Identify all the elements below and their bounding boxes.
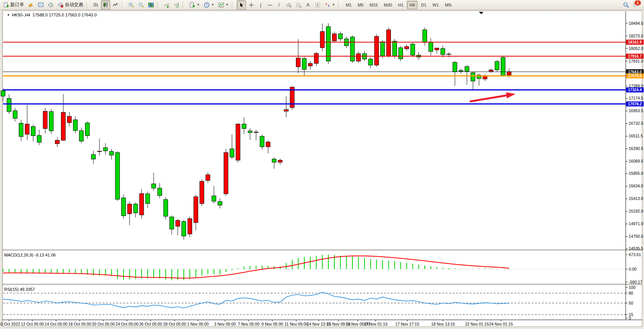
tf-mn-label: MN — [445, 3, 451, 7]
horn-icon — [28, 2, 34, 8]
cursor-button[interactable] — [237, 0, 246, 10]
svg-text:F: F — [300, 6, 301, 8]
svg-text:16953.5: 16953.5 — [629, 108, 643, 113]
svg-text:17916.7: 17916.7 — [628, 54, 642, 58]
arrows-button[interactable]: ▼ — [323, 0, 337, 10]
svg-text:14750.0: 14750.0 — [629, 234, 643, 239]
tf-w1[interactable]: W1 — [430, 1, 442, 9]
tf-w1-label: W1 — [432, 3, 439, 7]
toolbar-group-dropdowns: ▼▼▼ — [187, 0, 231, 10]
tf-d1[interactable]: D1 — [418, 1, 429, 9]
toolbar-separator — [232, 1, 235, 8]
chart-shift-button[interactable] — [172, 0, 181, 10]
period-dropdown-caret-icon: ▼ — [211, 3, 214, 6]
chat-button-badge: 1 — [634, 0, 641, 5]
svg-text:14971.0: 14971.0 — [629, 221, 643, 226]
channel-icon: E — [286, 2, 292, 8]
search-button[interactable] — [622, 0, 631, 10]
svg-text:18 Nov 13:15: 18 Nov 13:15 — [431, 322, 455, 326]
svg-text:9 Nov 05:00: 9 Nov 05:00 — [262, 322, 283, 326]
horizontal-line-button[interactable]: — — [266, 0, 274, 10]
horizontal-line-button-glyph: — — [267, 2, 273, 8]
zoom-out-button[interactable] — [137, 0, 146, 10]
tf-m5-label: M5 — [358, 3, 363, 7]
svg-text:0: 0 — [629, 316, 631, 320]
svg-text:17570.6: 17570.6 — [628, 74, 642, 78]
svg-text:17 Nov 17:15: 17 Nov 17:15 — [395, 322, 419, 326]
bar-chart-button[interactable] — [91, 0, 100, 10]
candles-icon — [103, 2, 109, 8]
new-chart-dropdown[interactable]: ▼ — [188, 0, 201, 10]
monitor-icon — [38, 2, 44, 8]
svg-text:11 Nov 05:00: 11 Nov 05:00 — [284, 322, 308, 326]
svg-text:16290.5: 16290.5 — [629, 146, 643, 151]
svg-text:10 Oct 2022: 10 Oct 2022 — [0, 322, 20, 326]
crosshair-button[interactable] — [247, 0, 256, 10]
vertical-line-button[interactable]: | — [257, 0, 265, 10]
trendline-button-glyph: / — [276, 2, 282, 8]
toolbar-group-zoom — [126, 0, 156, 10]
tf-mn[interactable]: MN — [442, 1, 454, 9]
chart-window-button[interactable] — [36, 0, 45, 10]
tf-d1-label: D1 — [421, 3, 426, 7]
svg-text:17831.0: 17831.0 — [629, 59, 643, 63]
tf-m15[interactable]: M15 — [367, 1, 380, 9]
tf-m1[interactable]: M1 — [343, 1, 354, 9]
doc-plus-icon — [189, 2, 195, 8]
chartshift-icon — [173, 2, 180, 8]
svg-text:17174.5: 17174.5 — [629, 96, 643, 100]
label-button[interactable]: T — [313, 0, 322, 10]
svg-text:14535.5: 14535.5 — [629, 246, 643, 251]
svg-text:17324.4: 17324.4 — [628, 88, 642, 92]
line-chart-button[interactable] — [111, 0, 120, 10]
svg-text:18273.0: 18273.0 — [629, 34, 643, 38]
template-dropdown[interactable]: ▼ — [217, 0, 230, 10]
arrows-icon — [324, 2, 331, 8]
candlestick-button[interactable] — [101, 0, 110, 10]
crosshair-icon — [248, 2, 254, 8]
svg-text:24 Oct 05:00: 24 Oct 05:00 — [116, 322, 138, 326]
period-dropdown[interactable]: ▼ — [202, 0, 216, 10]
community-button[interactable] — [46, 0, 55, 10]
announcement-button[interactable] — [26, 0, 35, 10]
chart-window: 18494.018273.018052.017831.017389.017174… — [0, 10, 644, 329]
channel-button[interactable]: E — [284, 0, 293, 10]
svg-text:16069.5: 16069.5 — [629, 159, 643, 163]
tf-h4[interactable]: H4 — [407, 1, 418, 9]
toolbar-separator — [122, 1, 125, 8]
tf-h1[interactable]: H1 — [395, 1, 406, 9]
zoom-out-icon — [138, 2, 144, 8]
svg-text:100: 100 — [629, 285, 636, 290]
toolbar-separator — [86, 1, 89, 8]
svg-text:7 Nov 05:00: 7 Nov 05:00 — [238, 322, 260, 326]
tf-m30[interactable]: M30 — [381, 1, 395, 9]
zoom-in-button[interactable] — [127, 0, 136, 10]
doc-plus-icon — [3, 2, 9, 8]
auto-scroll-button[interactable] — [162, 0, 171, 10]
fibonacci-button[interactable]: F — [294, 0, 303, 10]
svg-text:15192.0: 15192.0 — [629, 209, 643, 213]
text-button[interactable]: A — [304, 0, 312, 10]
svg-text:14 Oct 05:00: 14 Oct 05:00 — [45, 322, 67, 326]
new-order-button[interactable]: 新订单 — [2, 0, 26, 10]
svg-text:18494.0: 18494.0 — [629, 21, 643, 26]
toolbar-group-chart-types — [91, 0, 120, 10]
candlestick-chart-canvas[interactable]: 18494.018273.018052.017831.017389.017174… — [0, 10, 644, 329]
svg-text:22 Nov 01:15: 22 Nov 01:15 — [465, 322, 489, 326]
svg-text:20 Oct 05:00: 20 Oct 05:00 — [92, 322, 115, 326]
autotrade-button[interactable]: 自动交易 — [56, 0, 85, 10]
tf-m5[interactable]: M5 — [355, 1, 366, 9]
svg-text:-590.17: -590.17 — [629, 280, 642, 284]
autotrade-button-label: 自动交易 — [65, 2, 83, 8]
main-toolbar: 新订单自动交易▼▼▼|—/EFAT▼M1M5M15M30H1H4D1W1MN1 — [0, 0, 644, 10]
trendline-button[interactable]: / — [275, 0, 283, 10]
svg-text:17 Nov 01:15: 17 Nov 01:15 — [364, 322, 388, 326]
chat-button[interactable]: 1 — [631, 0, 641, 10]
svg-text:17643.0: 17643.0 — [628, 70, 642, 74]
text-button-glyph: A — [305, 2, 311, 8]
tf-h1-label: H1 — [398, 3, 403, 7]
orb-icon — [48, 2, 54, 8]
tile-windows-button[interactable] — [146, 0, 156, 10]
clock-icon — [204, 2, 210, 8]
svg-text:15634.0: 15634.0 — [629, 184, 643, 188]
